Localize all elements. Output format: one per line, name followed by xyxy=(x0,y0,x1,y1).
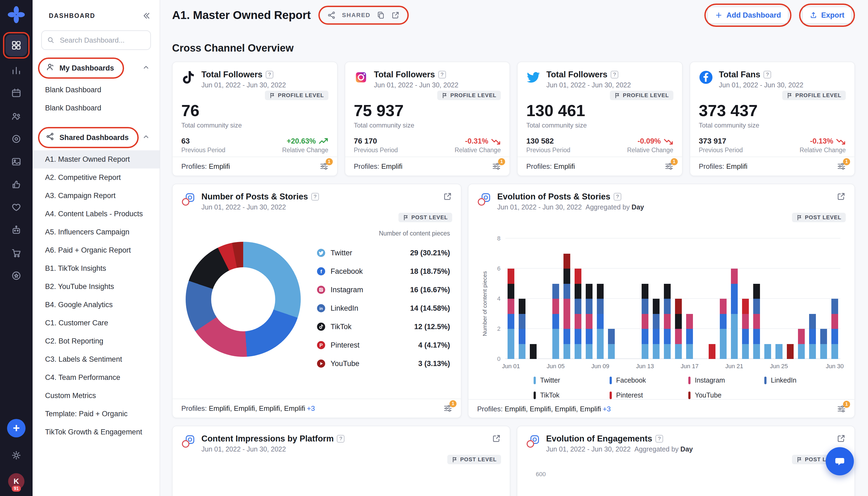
legend-item[interactable]: Instagram xyxy=(688,376,764,384)
filter-icon[interactable]: 1 xyxy=(837,162,846,171)
avatar[interactable]: K 91 xyxy=(8,473,25,490)
more-profiles-link[interactable]: +3 xyxy=(603,405,611,413)
facebook-icon xyxy=(699,70,713,84)
rail-item-community[interactable] xyxy=(5,105,27,127)
open-external-icon[interactable] xyxy=(492,434,501,443)
dashboard-grid-icon xyxy=(11,40,22,51)
legend-item-instagram[interactable]: Instagram 16 (16.67%) xyxy=(317,281,450,299)
export-button[interactable]: Export xyxy=(802,6,852,24)
help-icon[interactable]: ? xyxy=(337,435,344,443)
sidebar-item[interactable]: A3. Campaign Report xyxy=(33,187,159,205)
sidebar-item[interactable]: TikTok Growth & Engagement xyxy=(33,423,159,441)
sidebar-item-selected[interactable]: A1. Master Owned Report xyxy=(33,150,159,169)
legend-item[interactable]: TikTok xyxy=(533,391,609,399)
open-external-icon[interactable] xyxy=(837,434,846,443)
sidebar-item[interactable]: Blank Dashboard xyxy=(33,81,159,99)
collapse-sidebar-icon[interactable] xyxy=(141,11,151,21)
sidebar-item[interactable]: A2. Competitive Report xyxy=(33,169,159,187)
sidebar-item[interactable]: A4. Content Labels - Products xyxy=(33,205,159,223)
section-label: My Dashboards xyxy=(59,64,114,73)
rail-item-settings[interactable] xyxy=(5,445,27,466)
help-icon[interactable]: ? xyxy=(266,71,273,78)
donut-hole xyxy=(211,267,275,331)
rail-item-analytics[interactable] xyxy=(5,60,27,81)
sidebar-item[interactable]: A6. Paid + Organic Report xyxy=(33,241,159,259)
section-shared-dashboards[interactable]: Shared Dashboards xyxy=(33,125,159,150)
legend-item-youtube[interactable]: YouTube 3 (3.13%) xyxy=(317,354,450,373)
export-icon xyxy=(810,11,817,19)
person-icon xyxy=(46,63,55,74)
profile-level-badge: PROFILE LEVEL xyxy=(265,91,328,100)
help-icon[interactable]: ? xyxy=(438,71,446,78)
rail-item-content[interactable] xyxy=(5,151,27,173)
help-icon[interactable]: ? xyxy=(614,193,621,201)
kpi-value: 130 461 xyxy=(526,101,673,120)
filter-icon[interactable]: 1 xyxy=(837,405,846,413)
charts-row-partial: Content Impressions by Platform? Jun 01,… xyxy=(172,426,855,496)
legend-item-tiktok[interactable]: TikTok 12 (12.5%) xyxy=(317,317,450,336)
filter-icon[interactable]: 1 xyxy=(444,404,452,413)
section-my-dashboards[interactable]: My Dashboards xyxy=(33,55,159,81)
help-icon[interactable]: ? xyxy=(611,71,618,78)
previous-value: 373 917 xyxy=(699,137,743,145)
chevron-up-icon[interactable] xyxy=(142,63,150,73)
help-icon[interactable]: ? xyxy=(311,193,319,201)
open-external-icon[interactable] xyxy=(391,11,400,19)
rail-item-bot[interactable] xyxy=(5,219,27,241)
dashboard-search[interactable] xyxy=(41,30,151,50)
sidebar-item[interactable]: B4. Google Analytics xyxy=(33,296,159,314)
chat-launcher[interactable] xyxy=(826,447,854,475)
sidebar-item[interactable]: Custom Metrics xyxy=(33,387,159,405)
bar-Jun 27 xyxy=(798,238,805,359)
legend-item-twitter[interactable]: Twitter 29 (30.21%) xyxy=(317,244,450,262)
help-icon[interactable]: ? xyxy=(655,435,663,443)
rail-item-premium[interactable] xyxy=(5,265,27,286)
sidebar-item[interactable]: A5. Influencers Campaign xyxy=(33,223,159,241)
open-external-icon[interactable] xyxy=(443,192,452,201)
rail-item-listening[interactable] xyxy=(5,128,27,150)
legend-item-facebook[interactable]: f Facebook 18 (18.75%) xyxy=(317,262,450,281)
bar-Jun 03 xyxy=(530,238,537,359)
more-profiles-link[interactable]: +3 xyxy=(307,404,315,413)
filter-icon[interactable]: 1 xyxy=(665,162,673,171)
instagram-dot-icon xyxy=(317,286,325,294)
help-icon[interactable]: ? xyxy=(763,71,771,78)
filter-count-badge: 1 xyxy=(326,158,333,165)
bar-Jun 21 xyxy=(731,238,738,359)
bar-Jun 24 xyxy=(764,238,771,359)
legend-item-linkedin[interactable]: in LinkedIn 14 (14.58%) xyxy=(317,299,450,317)
sidebar-item[interactable]: C3. Labels & Sentiment xyxy=(33,350,159,369)
color-chip xyxy=(609,391,612,399)
add-dashboard-button[interactable]: Add Dashboard xyxy=(707,6,789,24)
sidebar-item[interactable]: B2. YouTube Insights xyxy=(33,278,159,296)
create-button[interactable]: + xyxy=(7,419,26,437)
legend-item[interactable]: Facebook xyxy=(609,376,688,384)
sidebar-item[interactable]: C1. Customer Care xyxy=(33,314,159,332)
legend-item-pinterest[interactable]: P Pinterest 4 (4.17%) xyxy=(317,336,450,354)
bar-legend: Twitter Facebook Instagram LinkedIn TikT… xyxy=(533,376,840,399)
rail-item-care[interactable] xyxy=(5,197,27,218)
legend-item[interactable]: LinkedIn xyxy=(764,376,840,384)
legend-item[interactable]: YouTube xyxy=(688,391,764,399)
chevron-up-icon[interactable] xyxy=(142,133,150,143)
search-input[interactable] xyxy=(59,35,145,45)
filter-icon[interactable]: 1 xyxy=(492,162,501,171)
sidebar-item[interactable]: Blank Dashboard xyxy=(33,99,159,117)
flag-icon xyxy=(452,457,458,463)
sidebar-item[interactable]: C4. Team Performance xyxy=(33,369,159,387)
post-level-badge: POST LEVEL xyxy=(792,213,846,222)
sidebar-item[interactable]: C2. Bot Reporting xyxy=(33,332,159,350)
copy-icon[interactable] xyxy=(376,11,385,19)
rail-item-engagement[interactable] xyxy=(5,174,27,195)
open-external-icon[interactable] xyxy=(837,192,846,201)
legend-item[interactable]: Pinterest xyxy=(609,391,688,399)
rail-item-dashboard[interactable] xyxy=(5,34,27,56)
annotation-ring-dashboard xyxy=(3,32,30,59)
star-badge-icon xyxy=(11,270,22,281)
rail-item-publisher[interactable] xyxy=(5,82,27,104)
rail-item-commerce[interactable] xyxy=(5,242,27,264)
sidebar-item[interactable]: B1. TikTok Insights xyxy=(33,259,159,278)
sidebar-item[interactable]: Template: Paid + Organic xyxy=(33,405,159,423)
filter-icon[interactable]: 1 xyxy=(320,162,328,171)
legend-item[interactable]: Twitter xyxy=(533,376,609,384)
